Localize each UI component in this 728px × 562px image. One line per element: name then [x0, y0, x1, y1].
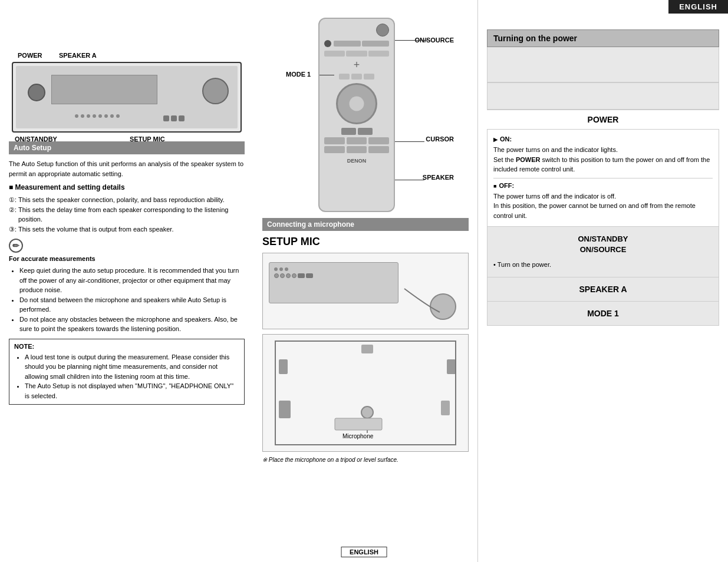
mid-btn-3[interactable] — [364, 74, 374, 80]
line-speaker — [395, 180, 424, 180]
receiver-buttons — [163, 115, 185, 121]
measurement-list: ①: This sets the speaker connection, pol… — [9, 195, 245, 234]
bot-btn-4[interactable] — [324, 146, 345, 153]
speaker-btn-1[interactable] — [341, 128, 356, 135]
receiver-display — [51, 75, 157, 104]
mode-btn-2[interactable] — [362, 41, 389, 47]
dot-7 — [110, 114, 114, 118]
room-microphone-label: Microphone — [342, 433, 373, 439]
line-mode1 — [319, 75, 334, 75]
volume-knob — [202, 78, 229, 104]
mode-btn-1[interactable] — [334, 41, 361, 47]
mode-indicator — [324, 40, 331, 47]
accurate-item-3: Do not place any obstacles between the m… — [19, 315, 245, 334]
power-knob — [28, 84, 45, 101]
mid-btn-2[interactable] — [351, 74, 362, 80]
on-source-button[interactable] — [376, 24, 389, 37]
turning-on-power-header: Turning on the power — [487, 29, 719, 47]
power-diagram-area — [487, 47, 719, 82]
accurate-list: Keep quiet during the auto setup procedu… — [9, 266, 245, 334]
plus-area: + — [324, 59, 389, 71]
bot-btn-2[interactable] — [347, 137, 367, 144]
accurate-item-1: Keep quiet during the auto setup procedu… — [19, 266, 245, 295]
right-column: Turning on the power POWER ON: The power… — [477, 0, 728, 562]
measure-item-3: ③: This sets the volume that is output f… — [9, 224, 245, 234]
mode-buttons — [334, 41, 389, 47]
power-title: POWER — [487, 110, 719, 130]
note-list: A loud test tone is output during the me… — [14, 352, 239, 401]
svg-rect-0 — [279, 359, 288, 374]
remote-mode-row — [324, 40, 389, 47]
svg-point-5 — [361, 406, 373, 418]
receiver-indicator-dots — [75, 114, 120, 118]
dot-6 — [104, 114, 108, 118]
rcv-btn-2 — [171, 115, 177, 121]
sm-btn-2[interactable] — [346, 51, 367, 57]
room-diagram: Microphone — [262, 334, 469, 452]
cursor-nav-ring[interactable] — [336, 83, 377, 124]
rcv-btn-3 — [179, 115, 185, 121]
dot-5 — [98, 114, 102, 118]
note-item-2: The Auto Setup is not displayed when "MU… — [25, 381, 239, 401]
connecting-header: Connecting a microphone — [262, 218, 469, 231]
on-standby-block: ON/STANDBYON/SOURCE Turn on the power. — [487, 227, 719, 277]
on-text-1: The power turns on and the indicator lig… — [493, 145, 713, 155]
measure-item-2: ②: This sets the delay time from each sp… — [9, 205, 245, 224]
mic-cable-svg — [263, 253, 468, 329]
svg-rect-2 — [361, 345, 373, 353]
remote-diagram-area: ON/SOURCE MODE 1 CURSOR SPEAKER — [283, 12, 460, 224]
remote-bottom-grid — [324, 137, 389, 153]
line-on-source — [395, 40, 427, 41]
on-standby-title: ON/STANDBYON/SOURCE — [493, 234, 713, 255]
dot-1 — [75, 114, 78, 118]
auto-setup-intro: The Auto Setup function of this unit per… — [9, 159, 245, 178]
middle-column: ON/SOURCE MODE 1 CURSOR SPEAKER — [253, 0, 477, 562]
sm-btn-3[interactable] — [368, 51, 389, 57]
note-item-1: A loud test tone is output during the me… — [25, 352, 239, 382]
power-diagram-area-2 — [487, 83, 719, 110]
speaker-btn-2[interactable] — [358, 128, 373, 135]
on-standby-bullet: Turn on the power. — [493, 260, 713, 270]
left-column: POWER SPEAKER A — [0, 0, 253, 562]
rcv-btn-1 — [163, 115, 169, 121]
receiver-inner — [16, 66, 238, 128]
room-outline — [275, 340, 456, 445]
bot-btn-1[interactable] — [324, 137, 345, 144]
mic-board-diagram — [262, 253, 469, 329]
speaker-a-title: SPEAKER A — [493, 285, 713, 294]
svg-rect-7 — [335, 418, 382, 430]
accurate-measurements-title: For accurate measurements — [9, 255, 245, 262]
auto-setup-header: Auto Setup — [9, 141, 245, 154]
remote-top-section — [324, 24, 389, 37]
setup-mic-big-label: SETUP MIC — [262, 236, 469, 248]
dot-4 — [93, 114, 96, 118]
receiver-box — [12, 62, 242, 133]
mid-btn-1[interactable] — [339, 74, 350, 80]
dot-8 — [116, 114, 120, 118]
note-box: NOTE: A loud test tone is output during … — [9, 339, 245, 405]
sm-btn-1[interactable] — [324, 51, 345, 57]
remote-body: + — [318, 18, 395, 212]
on-text-2: Set the POWER switch to this position to… — [493, 155, 713, 174]
power-descriptions: ON: The power turns on and the indicator… — [487, 130, 719, 227]
dot-3 — [87, 114, 90, 118]
remote-small-btns — [324, 51, 389, 57]
svg-rect-3 — [279, 401, 291, 418]
off-label: OFF: — [493, 182, 713, 189]
cursor-center-btn[interactable] — [350, 97, 364, 111]
auto-setup-section: Auto Setup The Auto Setup function of th… — [0, 141, 253, 405]
accurate-item-2: Do not stand between the microphone and … — [19, 295, 245, 315]
svg-rect-1 — [447, 359, 455, 374]
on-label: ON: — [493, 135, 713, 143]
mode1-block: MODE 1 — [487, 302, 719, 326]
bot-btn-6[interactable] — [368, 146, 389, 153]
bot-btn-5[interactable] — [347, 146, 367, 153]
label-speaker-remote: SPEAKER — [423, 174, 454, 181]
label-power: POWER — [18, 52, 42, 59]
pencil-icon: ✏ — [9, 239, 23, 253]
mic-placement-note: ※ Place the microphone on a tripod or le… — [262, 457, 469, 463]
bot-btn-3[interactable] — [368, 137, 389, 144]
label-cursor-remote: CURSOR — [426, 135, 454, 143]
label-speaker-a: SPEAKER A — [59, 52, 97, 59]
dot-2 — [81, 114, 84, 118]
